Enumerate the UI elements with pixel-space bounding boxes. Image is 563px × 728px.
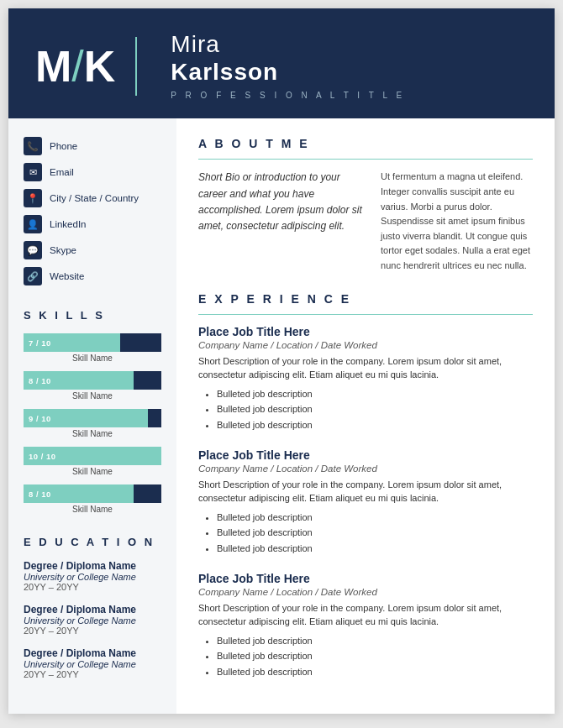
edu-school: University or College Name <box>24 615 161 626</box>
contact-label: Email <box>50 167 74 177</box>
education-list: Degree / Diploma Name University or Coll… <box>24 560 161 679</box>
phone-icon: 📞 <box>24 137 42 155</box>
skill-bar: 7 / 10 <box>24 333 161 352</box>
experience-job: Place Job Title Here Company Name / Loca… <box>198 572 533 680</box>
exp-bullets: Bulleted job descriptionBulleted job des… <box>198 510 533 557</box>
about-section: A B O U T M E Short Bio or introduction … <box>198 137 533 273</box>
header-title: P R O F E S S I O N A L T I T L E <box>171 91 405 100</box>
skill-bar-label: 8 / 10 <box>24 376 51 385</box>
monogram: M / K <box>35 41 113 92</box>
education-item: Degree / Diploma Name University or Coll… <box>24 604 161 636</box>
resume-document: M / K Mira Karlsson P R O F E S S I O N … <box>8 8 555 714</box>
skill-name: Skill Name <box>24 505 161 514</box>
contact-label: Website <box>50 271 84 281</box>
bullet-item: Bulleted job description <box>217 525 533 541</box>
exp-job-title: Place Job Title Here <box>198 572 533 585</box>
edu-school: University or College Name <box>24 659 161 669</box>
skill-bar: 9 / 10 <box>24 409 161 427</box>
experience-divider <box>198 314 533 315</box>
skill-item: 10 / 10 Skill Name <box>24 447 161 476</box>
contact-item: 👤 LinkedIn <box>24 215 161 233</box>
edu-years: 20YY – 20YY <box>24 582 161 592</box>
resume-header: M / K Mira Karlsson P R O F E S S I O N … <box>8 8 555 118</box>
edu-degree: Degree / Diploma Name <box>24 604 161 615</box>
education-item: Degree / Diploma Name University or Coll… <box>24 560 161 592</box>
header-divider <box>135 37 137 96</box>
bullet-item: Bulleted job description <box>217 401 533 417</box>
right-column: A B O U T M E Short Bio or introduction … <box>176 118 555 713</box>
education-item: Degree / Diploma Name University or Coll… <box>24 647 161 679</box>
email-icon: ✉ <box>24 163 42 181</box>
skill-bar: 8 / 10 <box>24 484 161 503</box>
exp-job-title: Place Job Title Here <box>198 325 533 338</box>
education-heading: E D U C A T I O N <box>24 536 161 548</box>
header-lastname: Karlsson <box>171 58 405 86</box>
edu-years: 20YY – 20YY <box>24 626 161 636</box>
contact-label: City / State / Country <box>50 193 139 203</box>
bullet-item: Bulleted job description <box>217 648 533 664</box>
monogram-slash: / <box>71 41 82 92</box>
skill-bar-label: 7 / 10 <box>24 338 51 348</box>
skill-bar-label: 8 / 10 <box>24 490 51 499</box>
skill-name: Skill Name <box>24 467 161 476</box>
exp-company: Company Name / Location / Date Worked <box>198 464 533 474</box>
education-section: E D U C A T I O N Degree / Diploma Name … <box>24 536 161 679</box>
skill-name: Skill Name <box>24 354 161 363</box>
linkedin-icon: 👤 <box>24 215 42 233</box>
header-name-block: Mira Karlsson P R O F E S S I O N A L T … <box>171 32 405 100</box>
skills-section: S K I L L S 7 / 10 Skill Name 8 / 10 Ski… <box>24 309 161 514</box>
skill-bar-label: 10 / 10 <box>24 452 56 461</box>
skill-item: 8 / 10 Skill Name <box>24 371 161 401</box>
edu-school: University or College Name <box>24 572 161 582</box>
bullet-item: Bulleted job description <box>217 510 533 526</box>
exp-description: Short Description of your role in the co… <box>198 354 533 382</box>
skill-name: Skill Name <box>24 391 161 401</box>
contact-label: Phone <box>50 141 77 151</box>
exp-description: Short Description of your role in the co… <box>198 478 533 505</box>
contact-item: 📞 Phone <box>24 137 161 155</box>
experience-job: Place Job Title Here Company Name / Loca… <box>198 448 533 557</box>
experience-list: Place Job Title Here Company Name / Loca… <box>198 325 533 680</box>
body-layout: 📞 Phone ✉ Email 📍 City / State / Country… <box>8 118 555 713</box>
contact-item: ✉ Email <box>24 163 161 181</box>
contact-item: 💬 Skype <box>24 241 161 259</box>
contact-label: Skype <box>50 245 76 255</box>
about-divider <box>198 159 533 160</box>
skills-heading: S K I L L S <box>24 309 161 322</box>
monogram-m: M <box>35 41 70 92</box>
bullet-item: Bulleted job description <box>217 386 533 402</box>
location-icon: 📍 <box>24 189 42 207</box>
skill-name: Skill Name <box>24 429 161 438</box>
experience-section: E X P E R I E N C E Place Job Title Here… <box>198 292 533 680</box>
about-extra: Ut fermentum a magna ut eleifend. Intege… <box>381 170 533 273</box>
header-firstname: Mira <box>171 32 405 58</box>
skill-item: 9 / 10 Skill Name <box>24 409 161 438</box>
skills-list: 7 / 10 Skill Name 8 / 10 Skill Name 9 / … <box>24 333 161 514</box>
skill-item: 7 / 10 Skill Name <box>24 333 161 363</box>
contact-label: LinkedIn <box>50 219 86 229</box>
skill-item: 8 / 10 Skill Name <box>24 484 161 514</box>
experience-heading: E X P E R I E N C E <box>198 292 533 306</box>
exp-description: Short Description of your role in the co… <box>198 601 533 629</box>
edu-years: 20YY – 20YY <box>24 669 161 679</box>
exp-company: Company Name / Location / Date Worked <box>198 587 533 597</box>
monogram-k: K <box>84 41 114 92</box>
bullet-item: Bulleted job description <box>217 664 533 680</box>
edu-degree: Degree / Diploma Name <box>24 647 161 659</box>
contact-list: 📞 Phone ✉ Email 📍 City / State / Country… <box>24 137 161 285</box>
website-icon: 🔗 <box>24 267 42 285</box>
skype-icon: 💬 <box>24 241 42 259</box>
bullet-item: Bulleted job description <box>217 541 533 557</box>
edu-degree: Degree / Diploma Name <box>24 560 161 572</box>
about-bio: Short Bio or introduction to your career… <box>198 170 366 273</box>
bullet-item: Bulleted job description <box>217 417 533 433</box>
exp-job-title: Place Job Title Here <box>198 448 533 462</box>
left-column: 📞 Phone ✉ Email 📍 City / State / Country… <box>8 118 176 713</box>
about-content: Short Bio or introduction to your career… <box>198 170 533 273</box>
exp-company: Company Name / Location / Date Worked <box>198 340 533 350</box>
exp-bullets: Bulleted job descriptionBulleted job des… <box>198 633 533 680</box>
experience-job: Place Job Title Here Company Name / Loca… <box>198 325 533 433</box>
skill-bar: 10 / 10 <box>24 447 161 465</box>
exp-bullets: Bulleted job descriptionBulleted job des… <box>198 386 533 433</box>
bullet-item: Bulleted job description <box>217 633 533 649</box>
